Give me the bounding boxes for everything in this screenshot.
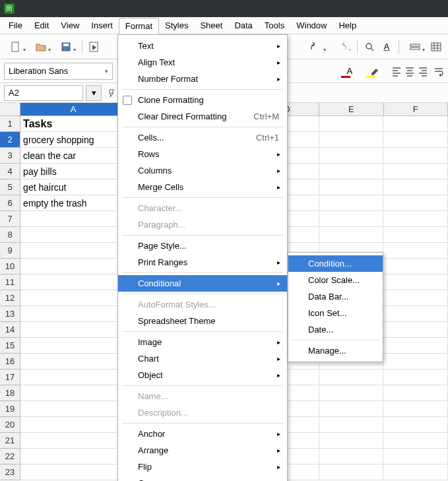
row-header-7[interactable]: 7 [0, 211, 20, 227]
format-menu-item-group[interactable]: Group▸ [118, 475, 287, 481]
cell-A22[interactable] [20, 449, 126, 465]
menu-insert[interactable]: Insert [85, 17, 119, 34]
menu-styles[interactable]: Styles [159, 17, 194, 34]
cell-F15[interactable] [383, 338, 447, 354]
menu-view[interactable]: View [55, 17, 85, 34]
cell-A4[interactable]: pay bills [20, 164, 126, 179]
row-header-4[interactable]: 4 [0, 164, 20, 179]
cell-A12[interactable] [20, 290, 126, 306]
row-header-9[interactable]: 9 [0, 243, 20, 259]
cell-F10[interactable] [383, 259, 447, 274]
align-center-button[interactable] [404, 66, 415, 77]
cell-E20[interactable] [319, 417, 383, 433]
cell-E23[interactable] [319, 465, 383, 480]
conditional-menu-item-condition[interactable]: Condition... [288, 255, 383, 272]
cell-F18[interactable] [383, 385, 447, 401]
align-right-button[interactable] [418, 66, 428, 77]
row-button[interactable] [403, 38, 427, 56]
format-menu-item-page-style[interactable]: Page Style... [118, 238, 287, 254]
conditional-menu-item-icon-set[interactable]: Icon Set... [288, 305, 383, 321]
format-menu-item-text[interactable]: Text▸ [118, 38, 287, 54]
cell-F6[interactable] [383, 195, 447, 211]
menu-help[interactable]: Help [333, 17, 362, 34]
undo-button[interactable] [304, 38, 328, 56]
format-menu-item-spreadsheet-theme[interactable]: Spreadsheet Theme [118, 313, 287, 329]
cell-E6[interactable] [319, 195, 383, 211]
font-name-combo[interactable]: Liberation Sans [4, 63, 113, 80]
row-header-16[interactable]: 16 [0, 354, 20, 369]
cell-A23[interactable] [20, 465, 126, 480]
format-menu-item-number-format[interactable]: Number Format▸ [118, 71, 287, 87]
format-menu-item-cells[interactable]: Cells...Ctrl+1 [118, 129, 287, 146]
cell-F19[interactable] [383, 401, 447, 417]
conditional-menu-item-color-scale[interactable]: Color Scale... [288, 272, 383, 288]
menu-format[interactable]: Format [119, 18, 159, 34]
format-menu-item-anchor[interactable]: Anchor▸ [118, 426, 287, 442]
cell-A3[interactable]: clean the car [20, 148, 126, 164]
menu-sheet[interactable]: Sheet [194, 17, 228, 34]
cell-A21[interactable] [20, 433, 126, 449]
row-header-19[interactable]: 19 [0, 401, 20, 417]
cell-A1[interactable]: Tasks [20, 116, 126, 132]
format-menu-item-rows[interactable]: Rows▸ [118, 146, 287, 162]
cell-E21[interactable] [319, 433, 383, 449]
row-header-3[interactable]: 3 [0, 148, 20, 164]
highlight-color-button[interactable] [364, 63, 386, 80]
row-header-15[interactable]: 15 [0, 338, 20, 354]
menu-tools[interactable]: Tools [259, 17, 290, 34]
cell-A15[interactable] [20, 338, 126, 354]
row-header-12[interactable]: 12 [0, 290, 20, 306]
cell-F17[interactable] [383, 369, 447, 385]
format-menu-item-align-text[interactable]: Align Text▸ [118, 54, 287, 71]
row-header-8[interactable]: 8 [0, 227, 20, 243]
cell-A13[interactable] [20, 306, 126, 322]
conditional-menu-item-data-bar[interactable]: Data Bar... [288, 288, 383, 305]
redo-button[interactable] [329, 38, 353, 56]
new-button[interactable] [4, 38, 28, 56]
cell-A6[interactable]: empty the trash [20, 195, 126, 211]
cell-A11[interactable] [20, 274, 126, 290]
cell-E19[interactable] [319, 401, 383, 417]
row-header-6[interactable]: 6 [0, 195, 20, 211]
cell-E2[interactable] [319, 132, 383, 148]
row-header-1[interactable]: 1 [0, 116, 20, 132]
format-menu-item-image[interactable]: Image▸ [118, 334, 287, 350]
cell-A17[interactable] [20, 369, 126, 385]
cell-A2[interactable]: grocery shopping [20, 132, 126, 148]
cell-A5[interactable]: get haircut [20, 179, 126, 195]
format-menu-item-columns[interactable]: Columns▸ [118, 162, 287, 179]
row-header-5[interactable]: 5 [0, 179, 20, 195]
cell-A7[interactable] [20, 211, 126, 227]
row-header-18[interactable]: 18 [0, 385, 20, 401]
col-header-E[interactable]: E [319, 103, 383, 116]
cell-F2[interactable] [383, 132, 447, 148]
cell-A8[interactable] [20, 227, 126, 243]
cell-E1[interactable] [319, 116, 383, 132]
cell-F21[interactable] [383, 433, 447, 449]
cell-A18[interactable] [20, 385, 126, 401]
cell-F14[interactable] [383, 322, 447, 338]
format-menu-item-clear-direct-formatting[interactable]: Clear Direct FormattingCtrl+M [118, 108, 287, 125]
cell-F23[interactable] [383, 465, 447, 480]
export-pdf-button[interactable] [86, 38, 102, 56]
cell-F5[interactable] [383, 179, 447, 195]
cell-A19[interactable] [20, 401, 126, 417]
cell-A9[interactable] [20, 243, 126, 259]
cell-E3[interactable] [319, 148, 383, 164]
conditional-menu-item-manage[interactable]: Manage... [288, 342, 383, 359]
cell-F3[interactable] [383, 148, 447, 164]
row-header-17[interactable]: 17 [0, 369, 20, 385]
conditional-menu-item-date[interactable]: Date... [288, 321, 383, 338]
grid-button[interactable] [428, 38, 444, 56]
align-left-button[interactable] [391, 66, 402, 77]
cell-A10[interactable] [20, 259, 126, 274]
cell-F7[interactable] [383, 211, 447, 227]
row-header-10[interactable]: 10 [0, 259, 20, 274]
row-header-13[interactable]: 13 [0, 306, 20, 322]
col-header-F[interactable]: F [384, 103, 448, 116]
cell-F16[interactable] [383, 354, 447, 369]
cell-F22[interactable] [383, 449, 447, 465]
corner-select-all[interactable] [0, 103, 20, 116]
cell-F12[interactable] [383, 290, 447, 306]
cell-F11[interactable] [383, 274, 447, 290]
